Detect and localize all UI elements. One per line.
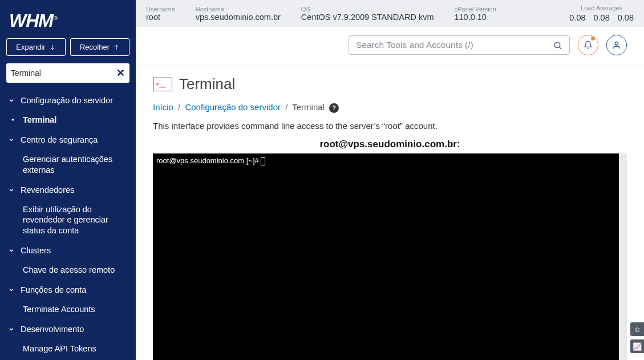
terminal-console[interactable]: root@vps.seudominio.com [~]#: [153, 153, 619, 360]
load-1: 0.08: [569, 13, 585, 22]
nav-group-server-config[interactable]: Configuração do servidor: [0, 91, 136, 110]
expand-label: Expandir: [16, 43, 45, 51]
nav-group-resellers[interactable]: Revendedores: [0, 180, 136, 200]
page-title: Terminal: [179, 75, 235, 93]
svg-point-0: [554, 42, 560, 47]
bell-icon: [584, 41, 593, 50]
notification-dot-icon: [591, 37, 595, 41]
breadcrumb: Início / Configuração do servidor / Term…: [153, 102, 627, 113]
header-bar: [136, 27, 644, 66]
meta-load-averages: Load Averages 0.08 0.08 0.08: [569, 5, 634, 22]
breadcrumb-category[interactable]: Configuração do servidor: [185, 102, 281, 112]
logo: WHM®: [0, 0, 136, 38]
load-3: 0.08: [618, 13, 634, 22]
chevron-down-icon: [8, 187, 16, 193]
arrow-down-icon: [49, 44, 56, 51]
global-search-input[interactable]: [356, 40, 553, 50]
terminal-scrollbar[interactable]: [619, 153, 627, 360]
feedback-button[interactable]: ☺: [630, 322, 644, 336]
meta-hostname: Hostname vps.seudominio.com.br: [196, 6, 281, 22]
nav-group-security[interactable]: Centro de segurança: [0, 130, 136, 149]
nav-group-label: Clusters: [21, 246, 51, 255]
topbar: Username root Hostname vps.seudominio.co…: [136, 0, 644, 27]
nav-group-development[interactable]: Desenvolvimento: [0, 319, 136, 339]
smiley-icon: ☺: [633, 325, 641, 334]
nav-item-reseller-usage[interactable]: Exibir utilização do revendedor e gerenc…: [0, 200, 136, 241]
global-search[interactable]: [349, 35, 570, 55]
collapse-button[interactable]: Recolher: [70, 38, 129, 56]
sidebar-search[interactable]: ✕: [6, 63, 129, 83]
stats-button[interactable]: 📈: [630, 339, 644, 353]
clear-search-icon[interactable]: ✕: [116, 67, 125, 79]
collapse-label: Recolher: [80, 43, 110, 51]
help-icon[interactable]: ?: [329, 103, 339, 113]
sidebar-search-input[interactable]: [11, 68, 116, 78]
chevron-down-icon: [8, 136, 16, 143]
svg-point-1: [615, 42, 618, 45]
content: >__ Terminal Início / Configuração do se…: [136, 66, 644, 360]
nav-item-terminate-accounts[interactable]: Terminate Accounts: [0, 300, 136, 319]
meta-username: Username root: [146, 6, 175, 22]
chart-icon: 📈: [633, 342, 642, 351]
notifications-button[interactable]: [578, 35, 598, 55]
nav-group-label: Revendedores: [21, 185, 74, 195]
meta-os: OS CentOS v7.9.2009 STANDARD kvm: [301, 6, 434, 22]
expand-button[interactable]: Expandir: [6, 38, 66, 56]
nav-group-label: Centro de segurança: [21, 135, 98, 144]
chevron-down-icon: [8, 97, 16, 104]
breadcrumb-home[interactable]: Início: [153, 102, 173, 112]
nav-item-remote-access-key[interactable]: Chave de acesso remoto: [0, 260, 136, 280]
arrow-up-icon: [113, 44, 120, 51]
nav-item-external-auth[interactable]: Gerenciar autenticações externas: [0, 149, 136, 180]
terminal-cursor-icon: [261, 157, 265, 165]
logo-text: WHM®: [9, 10, 57, 31]
user-menu-button[interactable]: [606, 35, 627, 55]
terminal-prompt: root@vps.seudominio.com [~]#: [156, 156, 261, 165]
user-icon: [612, 41, 621, 50]
nav-group-label: Configuração do servidor: [21, 96, 113, 105]
chevron-down-icon: [8, 326, 16, 333]
nav-group-clusters[interactable]: Clusters: [0, 241, 136, 260]
meta-cpanel-version: cPanel Version 110.0.10: [454, 6, 496, 22]
nav-item-manage-api-tokens[interactable]: Manage API Tokens: [0, 339, 136, 359]
nav-group-label: Desenvolvimento: [21, 325, 84, 334]
floating-buttons: ☺ 📈: [630, 322, 644, 353]
chevron-down-icon: [8, 286, 16, 293]
nav: Configuração do servidor Terminal Centro…: [0, 91, 136, 360]
sidebar: WHM® Expandir Recolher ✕ Configuração do…: [0, 0, 136, 360]
search-icon[interactable]: [553, 41, 562, 50]
nav-item-terminal[interactable]: Terminal: [0, 110, 136, 130]
load-2: 0.08: [594, 13, 610, 22]
terminal-title: root@vps.seudominio.com.br:: [153, 139, 627, 150]
terminal-page-icon: >__: [153, 78, 172, 91]
nav-group-account-functions[interactable]: Funções de conta: [0, 280, 136, 300]
nav-group-label: Funções de conta: [21, 285, 86, 294]
page-description: This interface provides command line acc…: [153, 121, 627, 131]
main: Username root Hostname vps.seudominio.co…: [136, 0, 644, 360]
chevron-down-icon: [8, 247, 16, 254]
breadcrumb-current: Terminal: [292, 102, 325, 112]
